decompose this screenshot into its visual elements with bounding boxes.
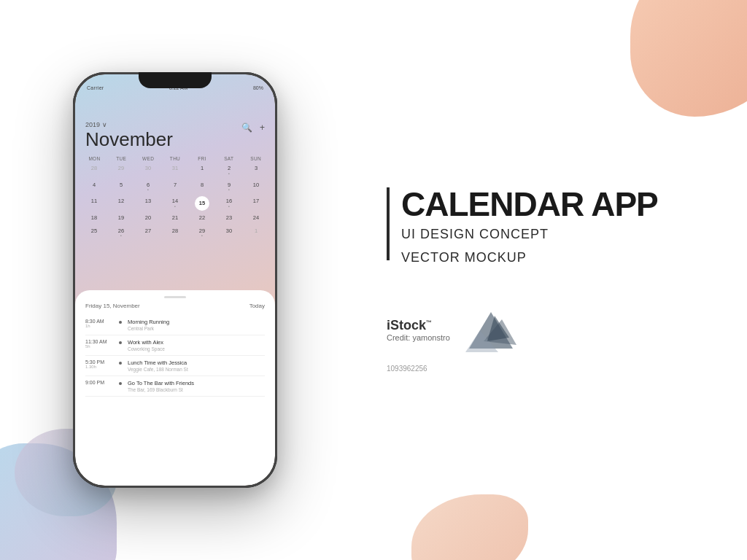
today-button[interactable]: Today (249, 303, 265, 309)
page-layout: Carrier 8:22 AM 80% 2019 ∨ November 🔍 + (0, 0, 747, 560)
event-4-title: Go To The Bar with Friends (128, 380, 265, 386)
day-header-wed: WED (135, 156, 162, 161)
cal-day-1-next[interactable]: 1 (243, 225, 269, 241)
add-event-icon[interactable]: + (260, 122, 265, 133)
istock-credit-row: Credit: yamonstro (387, 333, 450, 342)
cal-day-30[interactable]: 30 (216, 225, 242, 241)
event-2-details: Work with Alex Coworking Space (128, 339, 265, 351)
cal-day-19[interactable]: 19 (108, 212, 134, 225)
event-4-dot (119, 382, 122, 385)
cal-day-31-prev[interactable]: 31 (162, 163, 188, 179)
geometric-decoration (462, 305, 520, 356)
cal-day-23[interactable]: 23 (216, 212, 242, 225)
cal-day-25[interactable]: 25 (81, 225, 107, 241)
event-3-details: Lunch Time with Jessica Veggie Cafe, 188… (128, 359, 265, 372)
carrier-text: Carrier (87, 85, 104, 90)
cal-day-10[interactable]: 10 (243, 179, 269, 195)
event-3-duration: 1.30h (85, 365, 113, 369)
day-header-sun: SUN (242, 156, 269, 161)
event-1-details: Morning Running Central Park (128, 319, 265, 331)
cal-day-28-prev[interactable]: 28 (81, 163, 107, 179)
title-divider (387, 187, 390, 260)
cal-day-20[interactable]: 20 (135, 212, 161, 225)
cal-day-3[interactable]: 3 (243, 163, 269, 179)
cal-day-13[interactable]: 13 (135, 195, 161, 211)
cal-day-29-prev[interactable]: 29 (108, 163, 134, 179)
phone-mockup: Carrier 8:22 AM 80% 2019 ∨ November 🔍 + (73, 72, 277, 488)
event-3-location: Veggie Cafe, 188 Norman St (128, 367, 265, 372)
event-item-2[interactable]: 11:30 AM 5h Work with Alex Coworking Spa… (85, 335, 265, 356)
cal-day-15-today[interactable]: 15 (195, 196, 209, 211)
event-item-1[interactable]: 8:30 AM 1h Morning Running Central Park (85, 315, 265, 335)
day-header-thu: THU (162, 156, 189, 161)
drag-handle[interactable] (164, 296, 186, 298)
cal-day-8[interactable]: 8 (189, 179, 215, 195)
event-time-col-4: 9:00 PM (85, 380, 113, 385)
cal-day-14[interactable]: 14 (162, 195, 188, 211)
event-1-duration: 1h (85, 324, 113, 328)
battery-percent: 80% (253, 85, 263, 90)
event-3-dot (119, 362, 122, 365)
event-1-time: 8:30 AM (85, 319, 113, 324)
credit-label: Credit: (387, 333, 410, 342)
event-4-details: Go To The Bar with Friends The Bar, 169 … (128, 380, 265, 392)
cal-day-12[interactable]: 12 (108, 195, 134, 211)
app-subtitle-line1: UI DESIGN CONCEPT (401, 225, 658, 244)
calendar-year[interactable]: 2019 ∨ (85, 121, 265, 128)
cal-day-9[interactable]: 9 (216, 179, 242, 195)
title-block: CALENDAR APP UI DESIGN CONCEPT VECTOR MO… (387, 187, 711, 266)
cal-day-17[interactable]: 17 (243, 195, 269, 211)
event-time-col-1: 8:30 AM 1h (85, 319, 113, 328)
cal-day-30-prev[interactable]: 30 (135, 163, 161, 179)
cal-day-16[interactable]: 16 (216, 195, 242, 211)
cal-day-1[interactable]: 1 (189, 163, 215, 179)
event-2-title: Work with Alex (128, 339, 265, 346)
image-id: 1093962256 (387, 365, 711, 373)
event-time-col-2: 11:30 AM 5h (85, 339, 113, 349)
cal-day-11[interactable]: 11 (81, 195, 107, 211)
text-section: CALENDAR APP UI DESIGN CONCEPT VECTOR MO… (350, 0, 747, 560)
event-item-4[interactable]: 9:00 PM Go To The Bar with Friends The B… (85, 376, 265, 397)
cal-day-26[interactable]: 26 (108, 225, 134, 241)
credit-value: yamonstro (412, 333, 449, 342)
search-icon[interactable]: 🔍 (241, 122, 252, 133)
day-header-fri: FRI (188, 156, 215, 161)
day-header-mon: MON (81, 156, 108, 161)
events-panel: Friday 15, November Today 8:30 AM 1h Mor… (75, 290, 275, 486)
istock-info: iStock™ Credit: yamonstro (387, 318, 450, 342)
day-header-tue: TUE (108, 156, 135, 161)
istock-logo: iStock™ (387, 318, 450, 333)
day-headers-row: MON TUE WED THU FRI SAT SUN (75, 152, 275, 163)
event-2-location: Coworking Space (128, 346, 265, 351)
battery-text: 80% (253, 85, 263, 90)
app-title: CALENDAR APP (401, 187, 658, 221)
phone-section: Carrier 8:22 AM 80% 2019 ∨ November 🔍 + (0, 0, 350, 560)
cal-day-27[interactable]: 27 (135, 225, 161, 241)
event-4-time: 9:00 PM (85, 380, 113, 385)
cal-day-28[interactable]: 28 (162, 225, 188, 241)
cal-day-29[interactable]: 29 (189, 225, 215, 241)
title-text-group: CALENDAR APP UI DESIGN CONCEPT VECTOR MO… (401, 187, 658, 266)
event-1-title: Morning Running (128, 319, 265, 325)
cal-day-2[interactable]: 2 (216, 163, 242, 179)
cal-day-24[interactable]: 24 (243, 212, 269, 225)
cal-day-4[interactable]: 4 (81, 179, 107, 195)
cal-day-22[interactable]: 22 (189, 212, 215, 225)
cal-day-7[interactable]: 7 (162, 179, 188, 195)
event-2-duration: 5h (85, 344, 113, 349)
cal-day-21[interactable]: 21 (162, 212, 188, 225)
cal-day-5[interactable]: 5 (108, 179, 134, 195)
event-4-location: The Bar, 169 Blackburn St (128, 387, 265, 392)
calendar-action-icons: 🔍 + (241, 122, 265, 133)
calendar-header: 2019 ∨ November 🔍 + (75, 115, 275, 152)
cal-day-6[interactable]: 6 (135, 179, 161, 195)
istock-trademark: ™ (426, 319, 432, 326)
event-2-dot (119, 341, 122, 344)
event-item-3[interactable]: 5:30 PM 1.30h Lunch Time with Jessica Ve… (85, 356, 265, 376)
day-header-sat: SAT (215, 156, 242, 161)
phone-screen: Carrier 8:22 AM 80% 2019 ∨ November 🔍 + (75, 74, 275, 486)
phone-notch (139, 72, 212, 88)
events-date-row: Friday 15, November Today (85, 303, 265, 309)
event-2-time: 11:30 AM (85, 339, 113, 344)
cal-day-18[interactable]: 18 (81, 212, 107, 225)
